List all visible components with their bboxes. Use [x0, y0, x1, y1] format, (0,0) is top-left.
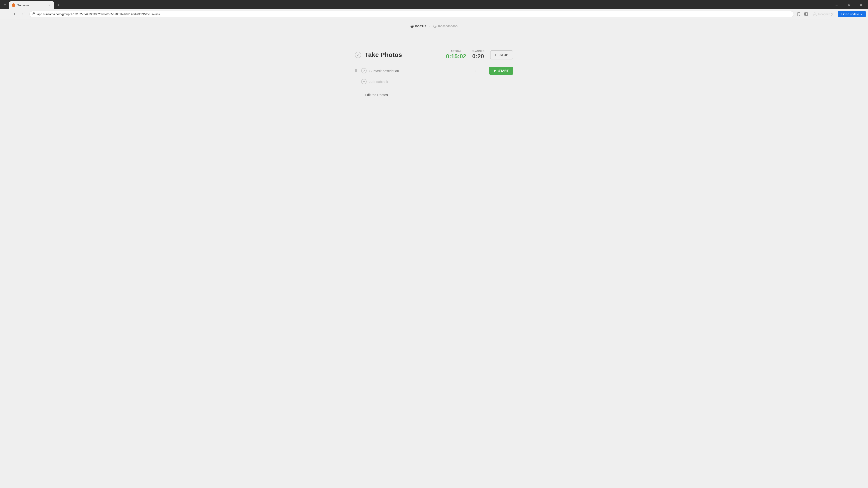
tab-title: Sunsama — [17, 4, 46, 7]
pomodoro-mode-button[interactable]: POMODORO — [433, 24, 458, 28]
restore-button[interactable]: ⧉ — [844, 2, 854, 9]
subtask-times: --:-- --:-- — [473, 69, 487, 72]
active-tab[interactable]: Sunsama ✕ — [9, 1, 54, 9]
svg-marker-9 — [494, 70, 496, 72]
add-subtask-label[interactable]: Add subtask — [369, 80, 388, 84]
subtask-planned-time: --:-- — [482, 69, 487, 72]
stop-button[interactable]: STOP — [490, 51, 513, 59]
window-controls: ─ ⧉ ✕ — [831, 2, 866, 9]
actual-timer-label: ACTUAL — [446, 50, 466, 53]
pomodoro-mode-label: POMODORO — [438, 25, 458, 28]
drag-handle-icon[interactable]: ⠿ — [355, 69, 359, 72]
subtask-actual-time: --:-- — [473, 69, 478, 72]
address-bar-row: app.sunsama.com/group/17031827644696380?… — [0, 9, 868, 19]
close-button[interactable]: ✕ — [856, 2, 866, 9]
finish-update-label: Finish update — [841, 12, 859, 16]
address-bar[interactable]: app.sunsama.com/group/17031827644696380?… — [29, 11, 794, 17]
reload-button[interactable] — [20, 10, 28, 18]
notes-text[interactable]: Edit the Photos — [365, 93, 388, 97]
back-button[interactable] — [2, 10, 9, 18]
planned-timer-block: PLANNED 0:20 — [471, 50, 485, 60]
stop-button-label: STOP — [500, 53, 508, 57]
timer-section: ACTUAL 0:15:02 PLANNED 0:20 STOP — [446, 50, 513, 60]
sidebar-button[interactable] — [803, 11, 809, 17]
focus-mode-button[interactable]: FOCUS — [410, 24, 427, 28]
tab-dropdown-button[interactable] — [2, 2, 8, 8]
mode-separator: · — [430, 25, 431, 28]
svg-rect-7 — [495, 54, 496, 56]
page-content: FOCUS · POMODORO Take Photos — [0, 19, 868, 488]
security-icon — [32, 12, 35, 16]
add-subtask-row: Add subtask — [361, 77, 513, 86]
actual-timer-value: 0:15:02 — [446, 53, 466, 60]
add-subtask-icon[interactable] — [361, 79, 367, 84]
bookmark-button[interactable] — [796, 11, 802, 17]
svg-point-5 — [411, 26, 412, 27]
browser-action-buttons: Incognito (2) Finish update — [796, 11, 866, 17]
task-header: Take Photos ACTUAL 0:15:02 PLANNED 0:20 — [355, 50, 513, 60]
incognito-label: Incognito (2) — [818, 12, 835, 16]
actual-timer-block: ACTUAL 0:15:02 — [446, 50, 466, 60]
mode-bar: FOCUS · POMODORO — [0, 19, 868, 32]
svg-rect-0 — [33, 13, 35, 15]
finish-update-button[interactable]: Finish update — [838, 11, 866, 17]
browser-chrome: Sunsama ✕ + ─ ⧉ ✕ — [0, 0, 868, 19]
subtask-description-input[interactable] — [369, 69, 470, 73]
start-button[interactable]: START — [489, 67, 513, 75]
planned-timer-value: 0:20 — [471, 53, 485, 60]
planned-timer-label: PLANNED — [471, 50, 485, 53]
new-tab-button[interactable]: + — [55, 2, 61, 8]
notes-area: Edit the Photos — [365, 93, 513, 97]
task-complete-button[interactable] — [355, 52, 361, 58]
minimize-button[interactable]: ─ — [831, 2, 842, 9]
svg-rect-1 — [804, 13, 808, 15]
address-url: app.sunsama.com/group/17031827644696380?… — [37, 12, 791, 16]
start-button-label: START — [498, 69, 508, 72]
task-title: Take Photos — [365, 51, 442, 59]
focus-mode-label: FOCUS — [415, 25, 427, 28]
subtask-complete-button[interactable] — [361, 68, 367, 73]
tab-close-button[interactable]: ✕ — [48, 3, 52, 7]
tab-bar: Sunsama ✕ + ─ ⧉ ✕ — [0, 0, 868, 9]
svg-rect-8 — [497, 54, 497, 56]
subtask-row: ⠿ --:-- --:-- START — [355, 64, 513, 77]
task-container: Take Photos ACTUAL 0:15:02 PLANNED 0:20 — [355, 50, 513, 97]
tab-favicon — [12, 3, 16, 7]
forward-button[interactable] — [11, 10, 19, 18]
incognito-button[interactable]: Incognito (2) — [810, 11, 837, 17]
task-area: Take Photos ACTUAL 0:15:02 PLANNED 0:20 — [0, 32, 868, 488]
